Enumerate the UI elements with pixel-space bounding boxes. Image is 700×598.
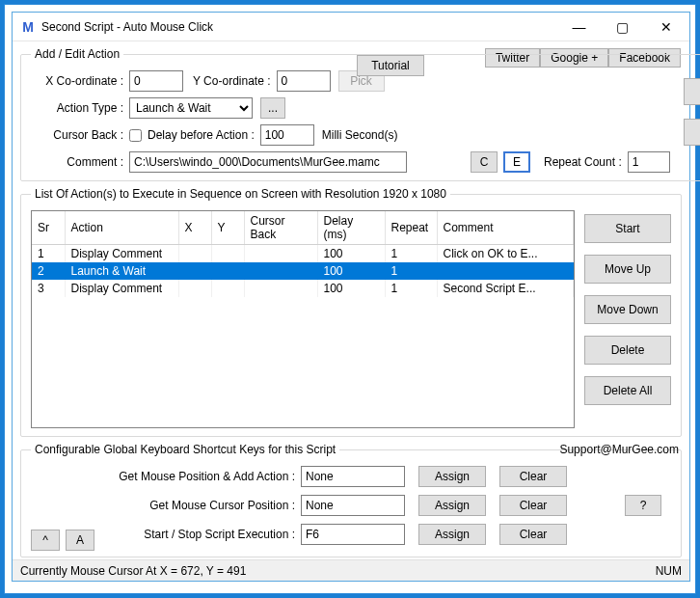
x-coord-input[interactable]	[129, 70, 183, 92]
client-area: Twitter Google + Facebook Add / Edit Act…	[13, 41, 689, 571]
start-button[interactable]: Start	[584, 214, 671, 243]
shortcut2-clear-button[interactable]: Clear	[499, 495, 567, 516]
shortcut1-label: Get Mouse Position & Add Action :	[31, 470, 295, 483]
update-button[interactable]: Update	[684, 119, 700, 146]
minimize-button[interactable]: —	[557, 13, 601, 41]
e-button[interactable]: E	[503, 151, 530, 173]
delete-all-button[interactable]: Delete All	[584, 376, 671, 405]
delay-before-input[interactable]	[260, 124, 314, 146]
action-type-label: Action Type :	[31, 101, 123, 115]
titlebar[interactable]: M Second Script - Auto Mouse Click — ▢ ✕	[13, 13, 689, 41]
delay-before-label: Delay before Action :	[148, 128, 255, 142]
cursor-back-checkbox[interactable]	[129, 129, 142, 142]
shortcut3-input[interactable]	[301, 524, 405, 545]
add-edit-action-group: Add / Edit Action Tutorial X Co-ordinate…	[20, 47, 700, 181]
shortcut2-assign-button[interactable]: Assign	[418, 495, 486, 516]
table-row[interactable]: 3Display Comment1001Second Script E...	[32, 280, 574, 297]
y-coord-input[interactable]	[277, 70, 331, 92]
milli-seconds-label: Milli Second(s)	[322, 128, 398, 142]
shortcut2-label: Get Mouse Cursor Position :	[31, 499, 295, 512]
action-type-ellipsis-button[interactable]: ...	[260, 97, 285, 119]
window-title: Second Script - Auto Mouse Click	[41, 20, 557, 34]
status-text: Currently Mouse Cursor At X = 672, Y = 4…	[20, 564, 246, 578]
repeat-count-input[interactable]	[628, 151, 670, 173]
c-button[interactable]: C	[471, 151, 498, 173]
close-button[interactable]: ✕	[644, 13, 687, 41]
comment-input[interactable]	[129, 151, 407, 173]
delete-button[interactable]: Delete	[584, 336, 671, 365]
table-row[interactable]: 2Launch & Wait1001	[32, 262, 574, 280]
x-coord-label: X Co-ordinate :	[31, 74, 123, 88]
shortcut1-clear-button[interactable]: Clear	[499, 466, 567, 487]
caret-button[interactable]: ^	[31, 530, 60, 551]
table-row[interactable]: 1Display Comment1001Click on OK to E...	[32, 245, 574, 263]
list-side-buttons: Start Move Up Move Down Delete Delete Al…	[584, 214, 671, 405]
shortcut-keys-group: Configurable Global Keyboard Shortcut Ke…	[20, 443, 682, 557]
add-edit-legend: Add / Edit Action	[31, 47, 123, 61]
move-down-button[interactable]: Move Down	[584, 295, 671, 324]
desktop-frame: M Second Script - Auto Mouse Click — ▢ ✕…	[4, 4, 696, 594]
status-bar: Currently Mouse Cursor At X = 672, Y = 4…	[13, 559, 689, 581]
maximize-button[interactable]: ▢	[601, 13, 644, 41]
help-button[interactable]: ?	[625, 495, 661, 516]
repeat-count-label: Repeat Count :	[544, 155, 622, 169]
status-numlock: NUM	[656, 564, 682, 578]
action-list-group: List Of Action(s) to Execute in Sequence…	[20, 187, 682, 437]
shortcut3-clear-button[interactable]: Clear	[499, 524, 567, 545]
table-header: Sr Action X Y Cursor Back Delay (ms) Rep…	[32, 211, 574, 245]
a-button[interactable]: A	[66, 530, 94, 551]
app-icon: M	[20, 19, 36, 35]
shortcut-keys-legend: Configurable Global Keyboard Shortcut Ke…	[31, 443, 339, 456]
add-button[interactable]: Add	[684, 78, 700, 105]
support-email: Support@MurGee.com	[559, 443, 679, 456]
move-up-button[interactable]: Move Up	[584, 255, 671, 284]
tutorial-button[interactable]: Tutorial	[357, 55, 424, 76]
shortcut3-assign-button[interactable]: Assign	[418, 524, 486, 545]
action-list-legend: List Of Action(s) to Execute in Sequence…	[31, 187, 450, 201]
action-type-select[interactable]: Launch & Wait	[129, 97, 253, 119]
main-window: M Second Script - Auto Mouse Click — ▢ ✕…	[12, 12, 690, 582]
cursor-back-label: Cursor Back :	[31, 128, 123, 142]
y-coord-label: Y Co-ordinate :	[193, 74, 271, 88]
comment-label: Comment :	[31, 155, 123, 169]
shortcut1-assign-button[interactable]: Assign	[418, 466, 486, 487]
shortcut1-input[interactable]	[301, 466, 405, 487]
shortcut2-input[interactable]	[301, 495, 405, 516]
action-table[interactable]: Sr Action X Y Cursor Back Delay (ms) Rep…	[31, 210, 575, 428]
